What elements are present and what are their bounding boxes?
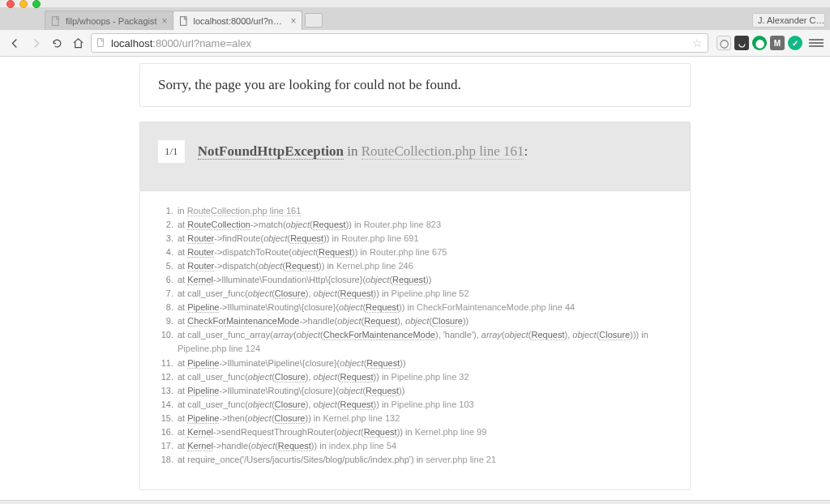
trace-link[interactable]: Kernel: [187, 275, 213, 285]
tab-close-icon[interactable]: ×: [291, 15, 297, 27]
trace-text: ),: [306, 399, 314, 409]
trace-link[interactable]: Request: [278, 441, 311, 451]
trace-link[interactable]: Closure: [275, 399, 306, 410]
trace-text: ))) in: [630, 330, 648, 340]
trace-link[interactable]: Request: [366, 302, 399, 313]
trace-link[interactable]: CheckForMaintenanceMode: [187, 316, 299, 327]
new-tab-button[interactable]: [305, 13, 323, 28]
trace-text: )) in: [352, 247, 370, 257]
browser-tab[interactable]: filp/whoops - Packagist ×: [45, 11, 173, 30]
trace-text: call_user_func(: [187, 288, 248, 298]
extension-icon[interactable]: ◯: [717, 36, 731, 50]
trace-link[interactable]: Request: [319, 247, 352, 258]
trace-line: at call_user_func(object(Closure), objec…: [176, 398, 682, 412]
trace-text: object: [292, 247, 315, 257]
trace-link[interactable]: Request: [532, 330, 565, 340]
trace-line: at Router->findRoute(object(Request)) in…: [176, 232, 682, 246]
trace-text: at: [178, 220, 187, 229]
extension-icon[interactable]: M: [770, 36, 785, 50]
trace-link[interactable]: Request: [313, 220, 346, 230]
trace-text: ->: [213, 441, 221, 451]
trace-link[interactable]: Request: [290, 233, 323, 244]
stack-trace: in RouteCollection.php line 161at RouteC…: [139, 191, 691, 490]
trace-text: Router.php line 691: [341, 233, 418, 243]
trace-link[interactable]: Closure: [599, 330, 630, 340]
trace-line: at RouteCollection->match(object(Request…: [176, 218, 682, 232]
trace-text: Illuminate\Foundation\Http\{closure}(: [221, 275, 366, 284]
window-zoom-button[interactable]: [32, 0, 41, 8]
trace-link[interactable]: RouteCollection: [187, 220, 250, 230]
trace-link[interactable]: Request: [366, 386, 399, 396]
bookmark-star-icon[interactable]: ☆: [692, 36, 703, 49]
trace-link[interactable]: Kernel: [187, 441, 213, 451]
trace-text: object: [251, 441, 275, 451]
trace-text: at: [178, 261, 187, 271]
window-minimize-button[interactable]: [19, 0, 28, 8]
trace-text: Pipeline.php line 52: [391, 288, 469, 298]
trace-text: object: [337, 316, 361, 326]
trace-link[interactable]: Request: [364, 316, 397, 327]
trace-link[interactable]: Closure: [275, 413, 306, 424]
trace-link[interactable]: Request: [366, 358, 400, 369]
trace-text: at: [178, 413, 187, 423]
trace-link[interactable]: Request: [340, 399, 374, 410]
trace-text: dispatch(: [222, 261, 259, 271]
browser-tab-active[interactable]: localhost:8000/url?name=… ×: [173, 11, 302, 30]
trace-link[interactable]: Request: [340, 372, 374, 382]
trace-link[interactable]: Pipeline: [187, 302, 219, 313]
trace-line: at call_user_func(object(Closure), objec…: [176, 287, 682, 301]
exception-name[interactable]: NotFoundHttpException: [198, 143, 344, 160]
trace-link[interactable]: Pipeline: [187, 413, 219, 424]
reload-button[interactable]: [49, 35, 65, 51]
trace-text: Illuminate\Routing\{closure}(: [227, 386, 339, 395]
trace-link[interactable]: Closure: [275, 372, 306, 382]
trace-text: index.php line 54: [329, 441, 396, 451]
trace-link[interactable]: Router: [187, 233, 214, 244]
trace-link[interactable]: Closure: [432, 316, 463, 327]
trace-text: match(: [259, 220, 286, 229]
page-favicon-icon: [50, 15, 62, 27]
svg-rect-1: [180, 16, 186, 25]
trace-text: ->: [219, 302, 227, 312]
trace-text: at: [178, 316, 187, 326]
trace-link[interactable]: Request: [364, 427, 397, 438]
trace-text: object: [339, 386, 362, 395]
trace-line: at Kernel->sendRequestThroughRouter(obje…: [176, 425, 682, 439]
extension-icon[interactable]: ◡: [734, 36, 749, 50]
chrome-menu-button[interactable]: [809, 36, 824, 50]
trace-line: in RouteCollection.php line 161: [176, 204, 682, 218]
trace-text: object: [505, 330, 528, 340]
trace-link[interactable]: Closure: [275, 288, 306, 299]
trace-link[interactable]: Router: [187, 247, 214, 258]
browser-tab-strip: filp/whoops - Packagist × localhost:8000…: [0, 8, 830, 30]
profile-button[interactable]: J. Alexander C…: [752, 13, 825, 28]
exception-file[interactable]: RouteCollection.php line 161: [362, 143, 524, 160]
trace-link[interactable]: Request: [340, 288, 374, 299]
tab-close-icon[interactable]: ×: [162, 15, 168, 27]
error-title: Sorry, the page you are looking for coul…: [139, 63, 691, 107]
trace-link[interactable]: Pipeline: [187, 386, 219, 396]
trace-text: object: [405, 316, 429, 326]
address-bar[interactable]: localhost:8000/url?name=alex ☆: [91, 33, 708, 53]
trace-text: )) in: [374, 288, 391, 298]
trace-link[interactable]: Router: [187, 261, 214, 271]
arrow-left-icon: [9, 37, 21, 49]
trace-link[interactable]: RouteCollection.php line 161: [187, 206, 302, 216]
forward-button[interactable]: [28, 35, 44, 51]
trace-link[interactable]: Pipeline: [187, 358, 219, 369]
extension-icon[interactable]: ⬤: [752, 36, 767, 50]
trace-link[interactable]: Request: [285, 261, 319, 271]
extension-icon[interactable]: ✓: [788, 36, 802, 50]
window-close-button[interactable]: [6, 0, 15, 8]
trace-text: Illuminate\Routing\{closure}(: [227, 302, 339, 312]
svg-rect-2: [98, 39, 104, 47]
trace-link[interactable]: Request: [392, 275, 426, 285]
home-button[interactable]: [70, 35, 86, 51]
trace-line: at Kernel->handle(object(Request)) in in…: [176, 439, 682, 453]
trace-link[interactable]: CheckForMaintenanceMode: [323, 330, 435, 340]
trace-text: ->: [213, 427, 221, 437]
extension-icons: ◯ ◡ ⬤ M ✓: [717, 36, 802, 50]
trace-link[interactable]: Kernel: [187, 427, 213, 438]
back-button[interactable]: [6, 35, 23, 51]
trace-text: ),: [306, 372, 314, 382]
